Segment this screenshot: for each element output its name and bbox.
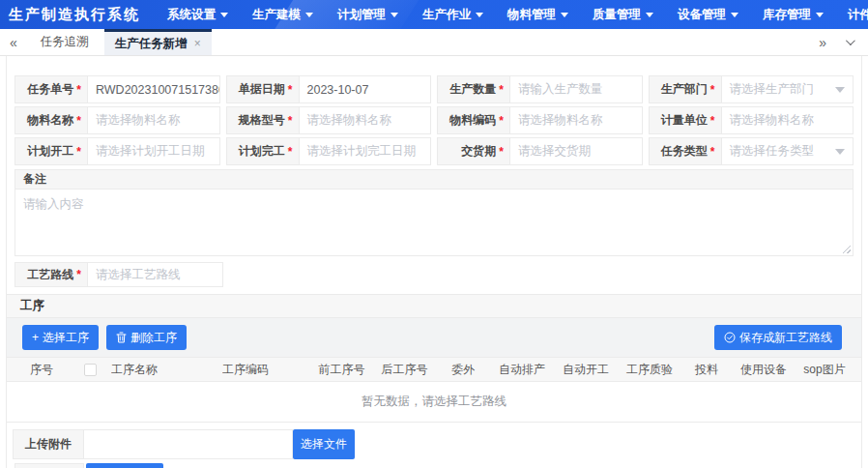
delivery-date-input[interactable]: 请选择交货期 xyxy=(510,137,643,165)
upload-filename-input[interactable] xyxy=(84,429,293,459)
nav-label: 设备管理 xyxy=(678,7,726,23)
production-dept-select[interactable]: 请选择生产部门 xyxy=(722,75,854,103)
field-doc-date: 单据日期* 2023-10-07 xyxy=(226,75,432,103)
process-section-header: 工序 xyxy=(7,294,861,318)
nav-label: 物料管理 xyxy=(507,7,556,23)
field-label: 单据日期* xyxy=(226,75,300,103)
plus-icon: + xyxy=(32,331,39,344)
required-mark: * xyxy=(499,145,504,159)
process-section-title: 工序 xyxy=(20,298,44,314)
remark-label: 备注 xyxy=(23,171,46,188)
nav-item-material-management[interactable]: 物料管理 xyxy=(507,7,568,23)
label-text: 生产数量 xyxy=(449,81,496,98)
col-process-inspection: 工序质验 xyxy=(618,362,681,378)
nav-item-production-modeling[interactable]: 生产建模 xyxy=(252,7,313,23)
process-route-input[interactable]: 请选择工艺路线 xyxy=(88,262,223,287)
tab-close-icon[interactable]: × xyxy=(194,37,201,50)
required-mark: * xyxy=(288,145,293,159)
field-plan-start: 计划开工* 请选择计划开工日期 xyxy=(14,137,220,165)
caret-down-icon xyxy=(816,13,824,17)
plan-finish-date-input[interactable]: 请选择计划完工日期 xyxy=(300,137,432,165)
nav-item-equipment-management[interactable]: 设备管理 xyxy=(678,7,738,23)
field-label: 规格型号* xyxy=(226,106,300,134)
required-mark: * xyxy=(499,114,504,128)
col-seq: 序号 xyxy=(14,362,69,378)
production-qty-input[interactable]: 请输入生产数量 xyxy=(510,75,643,103)
nav-item-inventory-management[interactable]: 库存管理 xyxy=(763,7,824,23)
caret-down-icon xyxy=(305,13,313,17)
delete-process-button[interactable]: 删除工序 xyxy=(106,325,187,350)
select-process-button[interactable]: + 选择工序 xyxy=(22,325,99,350)
field-production-dept: 生产部门* 请选择生产部门 xyxy=(649,75,854,103)
task-type-select[interactable]: 请选择任务类型 xyxy=(722,137,854,165)
required-mark: * xyxy=(288,114,293,128)
tabs-menu-chevron-down-icon[interactable] xyxy=(846,36,855,45)
tab-label: 生产任务新增 xyxy=(115,36,188,52)
nav-item-plan-management[interactable]: 计划管理 xyxy=(337,7,398,23)
nav-label: 计件工资 xyxy=(848,7,868,23)
placeholder-text: 请输入内容 xyxy=(23,197,84,211)
material-name-input[interactable]: 请选择物料名称 xyxy=(88,106,220,134)
tab-production-task-new[interactable]: 生产任务新增 × xyxy=(104,29,212,55)
col-auto-start: 自动开工 xyxy=(554,362,618,378)
field-label: 物料编码* xyxy=(437,106,510,134)
remark-textarea[interactable]: 请输入内容 xyxy=(14,189,854,256)
choose-file-button[interactable]: 选择文件 xyxy=(293,429,355,459)
field-label: 计划完工* xyxy=(226,137,300,165)
upload-label: 上传附件 xyxy=(13,429,84,459)
label-text: 交货期 xyxy=(461,143,496,160)
col-process-code: 工序编码 xyxy=(222,362,310,378)
field-label: 交货期* xyxy=(437,137,510,165)
col-outsource: 委外 xyxy=(436,362,490,378)
label-text: 生产部门 xyxy=(661,81,708,98)
task-form: 任务单号* RWD2023100715173800003 单据日期* 2023-… xyxy=(7,56,861,287)
unit-input[interactable]: 请选择物料名称 xyxy=(722,106,854,134)
upload-attachment-row: 上传附件 选择文件 xyxy=(13,429,861,459)
app-title: 生产制造执行系统 xyxy=(0,6,167,24)
nav-item-quality-management[interactable]: 质量管理 xyxy=(593,7,653,23)
placeholder-text: 请选择计划完工日期 xyxy=(307,143,417,160)
nav-item-production-jobs[interactable]: 生产作业 xyxy=(422,7,483,23)
required-mark: * xyxy=(710,114,715,128)
field-label: 计划开工* xyxy=(14,137,88,165)
label-text: 任务单号 xyxy=(27,81,73,98)
nav-label: 生产作业 xyxy=(422,7,471,23)
required-mark: * xyxy=(76,114,81,128)
spec-model-input[interactable]: 请选择物料名称 xyxy=(300,106,432,134)
col-feeding: 投料 xyxy=(681,362,732,378)
doc-date-input[interactable]: 2023-10-07 xyxy=(300,75,432,103)
tabs-collapse-left-icon[interactable]: « xyxy=(0,29,25,55)
col-auto-schedule: 自动排产 xyxy=(490,362,554,378)
nav-item-system-settings[interactable]: 系统设置 xyxy=(167,7,228,23)
process-toolbar: + 选择工序 删除工序 保存成新工艺路线 xyxy=(7,318,861,357)
caret-down-icon xyxy=(646,13,653,17)
required-mark: * xyxy=(499,83,504,97)
save-as-new-route-button[interactable]: 保存成新工艺路线 xyxy=(714,325,842,350)
nav-item-piecework-wages[interactable]: 计件工资 xyxy=(848,7,868,23)
field-process-route: 工艺路线* 请选择工艺路线 xyxy=(14,262,854,287)
empty-text: 暂无数据，请选择工艺路线 xyxy=(362,394,506,410)
placeholder-text: 请选择任务类型 xyxy=(730,143,815,160)
caret-down-icon xyxy=(476,13,483,17)
plan-start-date-input[interactable]: 请选择计划开工日期 xyxy=(88,137,220,165)
placeholder-text: 请选择工艺路线 xyxy=(96,267,181,283)
required-mark: * xyxy=(76,83,81,97)
label-text: 工艺路线 xyxy=(27,267,73,283)
tab-task-trace[interactable]: 任务追溯 xyxy=(25,29,104,55)
material-code-input[interactable]: 请选择物料名称 xyxy=(510,106,643,134)
form-row-2: 物料名称* 请选择物料名称 规格型号* 请选择物料名称 物料编码* 请选择物料名… xyxy=(14,106,854,134)
partial-button[interactable] xyxy=(86,463,163,468)
select-all-checkbox[interactable] xyxy=(84,364,97,376)
task-no-input[interactable]: RWD2023100715173800003 xyxy=(88,75,220,103)
required-mark: * xyxy=(76,268,81,281)
field-label: 任务单号* xyxy=(14,75,88,103)
field-value: RWD2023100715173800003 xyxy=(96,83,220,97)
app-header: 生产制造执行系统 系统设置 生产建模 计划管理 生产作业 物料管理 质量管理 设… xyxy=(0,0,868,29)
form-row-3: 计划开工* 请选择计划开工日期 计划完工* 请选择计划完工日期 交货期* 请选择… xyxy=(14,137,854,165)
tab-spacer xyxy=(212,29,819,55)
nav-label: 计划管理 xyxy=(337,7,386,23)
tabs-expand-right-icon[interactable]: » xyxy=(819,35,826,50)
form-row-1: 任务单号* RWD2023100715173800003 单据日期* 2023-… xyxy=(14,75,854,103)
caret-down-icon xyxy=(561,13,568,17)
select-caret-icon xyxy=(835,149,845,155)
